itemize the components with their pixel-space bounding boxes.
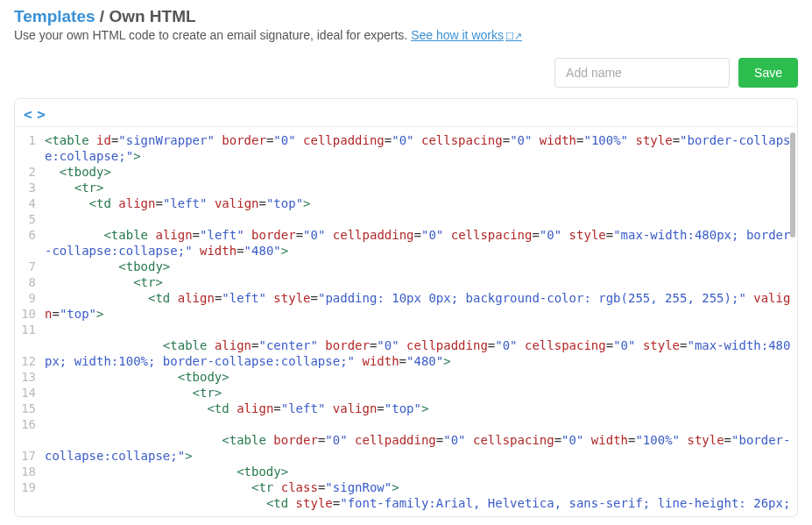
how-it-works-link[interactable]: See how it works☐↗	[411, 28, 522, 42]
external-link-icon: ☐↗	[505, 31, 522, 41]
code-line[interactable]: <table id="signWrapper" border="0" cellp…	[45, 132, 794, 164]
code-line[interactable]: <tbody>	[45, 164, 794, 180]
breadcrumb-parent[interactable]: Templates	[14, 7, 95, 25]
line-number: 8	[15, 274, 36, 290]
code-line[interactable]: <td style="font-family:Arial, Helvetica,…	[45, 495, 794, 513]
line-number: 12	[15, 353, 36, 369]
line-number: 4	[15, 195, 36, 211]
line-number: 10	[15, 306, 36, 322]
code-content[interactable]: <table id="signWrapper" border="0" cellp…	[41, 127, 797, 513]
breadcrumb: Templates / Own HTML	[14, 7, 798, 26]
code-line[interactable]: <td align="left" valign="top">	[45, 195, 794, 211]
line-number: 17	[15, 448, 36, 464]
code-line[interactable]: <tr>	[45, 385, 794, 401]
line-number: 1	[15, 132, 36, 148]
code-line[interactable]: <tbody>	[45, 369, 794, 385]
code-line[interactable]: <table align="center" border="0" cellpad…	[45, 337, 794, 369]
code-line[interactable]: <tbody>	[45, 259, 794, 274]
line-gutter: 1 23456 7891011 1213141516 171819	[15, 127, 41, 516]
line-number: 2	[15, 164, 36, 180]
code-line[interactable]	[45, 416, 794, 432]
line-number: 13	[15, 369, 36, 385]
code-line[interactable]	[45, 211, 794, 227]
code-editor: < > 1 23456 7891011 1213141516 171819 <t…	[14, 98, 798, 517]
subtitle: Use your own HTML code to create an emai…	[14, 28, 798, 42]
scrollbar-thumb[interactable]	[790, 132, 795, 238]
code-line[interactable]: <table border="0" cellpadding="0" cellsp…	[45, 432, 794, 464]
code-icon[interactable]: < >	[24, 106, 44, 123]
breadcrumb-current: Own HTML	[109, 7, 195, 25]
code-line[interactable]: <tbody>	[45, 464, 794, 479]
line-number: 16	[15, 416, 36, 432]
line-number: 9	[15, 290, 36, 306]
line-number: 3	[15, 180, 36, 195]
line-number: 11	[15, 322, 36, 337]
template-name-input[interactable]	[554, 58, 730, 88]
line-number: 18	[15, 464, 36, 479]
line-number: 6	[15, 227, 36, 243]
line-number: 14	[15, 385, 36, 401]
code-line[interactable]: <tr>	[45, 180, 794, 195]
line-number: 7	[15, 259, 36, 274]
line-number: 19	[15, 479, 36, 495]
breadcrumb-sep: /	[95, 7, 109, 25]
line-number: 15	[15, 401, 36, 416]
code-line[interactable]: <td align="left" style="padding: 10px 0p…	[45, 290, 794, 322]
save-button[interactable]: Save	[738, 58, 798, 88]
code-line[interactable]: <tr>	[45, 274, 794, 290]
code-line[interactable]: <table align="left" border="0" cellpaddi…	[45, 227, 794, 259]
line-number: 5	[15, 211, 36, 227]
code-line[interactable]: <tr class="signRow">	[45, 479, 794, 495]
code-line[interactable]: <td align="left" valign="top">	[45, 401, 794, 416]
code-line[interactable]	[45, 322, 794, 337]
subtitle-text: Use your own HTML code to create an emai…	[14, 28, 411, 42]
